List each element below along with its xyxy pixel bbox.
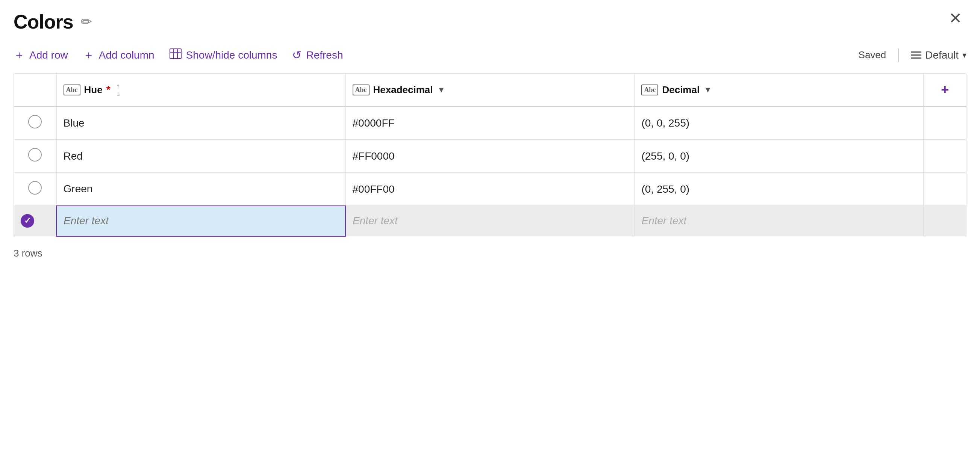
radio-button[interactable]: [28, 181, 42, 195]
th-hexadecimal: Abc Hexadecimal ▾: [345, 74, 635, 106]
show-hide-button[interactable]: Show/hide columns: [170, 45, 285, 65]
refresh-label: Refresh: [306, 49, 343, 61]
new-row-hex-cell[interactable]: Enter text: [345, 206, 635, 236]
close-icon[interactable]: ✕: [949, 11, 962, 26]
new-row-select-cell[interactable]: [14, 206, 56, 236]
edit-icon[interactable]: ✏: [81, 14, 92, 30]
chevron-down-icon: ▾: [963, 50, 966, 60]
toolbar-right: Saved Default ▾: [859, 48, 966, 62]
page-header: Colors ✏ ✕: [0, 0, 980, 33]
add-column-button[interactable]: ＋ Add column: [83, 44, 162, 67]
add-column-header-btn[interactable]: +: [924, 74, 966, 106]
show-hide-label: Show/hide columns: [186, 49, 277, 61]
show-hide-icon: [170, 48, 181, 62]
toolbar: ＋ Add row ＋ Add column Show/hide columns…: [0, 33, 980, 73]
add-column-label: Add column: [99, 49, 154, 61]
hue-cell: Red: [56, 140, 345, 173]
hue-cell: Blue: [56, 106, 345, 140]
refresh-icon: ↺: [292, 48, 301, 62]
refresh-button[interactable]: ↺ Refresh: [292, 45, 350, 65]
sort-up-icon[interactable]: ↑: [116, 83, 120, 89]
plus-icon: ＋: [14, 47, 25, 63]
th-select: [14, 74, 56, 106]
add-col-cell: [924, 140, 966, 173]
required-star: *: [107, 84, 111, 96]
table-row: Red#FF0000(255, 0, 0): [14, 140, 966, 173]
text-column-icon-2: Abc: [353, 84, 369, 95]
default-button[interactable]: Default ▾: [911, 49, 966, 61]
row-count: 3 rows: [14, 248, 43, 259]
sort-down-icon[interactable]: ↓: [116, 90, 120, 97]
dec-col-dropdown-icon[interactable]: ▾: [706, 85, 710, 95]
sort-icons: ↑ ↓: [116, 83, 120, 97]
new-row-decimal-cell[interactable]: Enter text: [635, 206, 924, 236]
radio-button[interactable]: [28, 115, 42, 129]
default-label: Default: [925, 49, 959, 61]
toolbar-divider: [898, 48, 899, 62]
hex-col-label: Hexadecimal: [373, 84, 433, 96]
hue-cell: Green: [56, 173, 345, 206]
decimal-cell: (0, 255, 0): [635, 173, 924, 206]
hex-cell: #FF0000: [345, 140, 635, 173]
radio-checked[interactable]: [21, 214, 34, 228]
row-select-cell[interactable]: [14, 173, 56, 206]
hex-cell: #00FF00: [345, 173, 635, 206]
decimal-cell: (255, 0, 0): [635, 140, 924, 173]
new-row: Enter textEnter text: [14, 206, 966, 236]
new-row-hue-input[interactable]: [64, 215, 338, 227]
decimal-cell: (0, 0, 255): [635, 106, 924, 140]
page-title: Colors: [14, 11, 73, 33]
text-column-icon-3: Abc: [641, 84, 658, 95]
th-decimal: Abc Decimal ▾: [635, 74, 924, 106]
text-column-icon: Abc: [64, 84, 80, 95]
new-row-add-col-cell: [924, 206, 966, 236]
footer: 3 rows: [0, 237, 980, 270]
hex-cell: #0000FF: [345, 106, 635, 140]
dec-col-label: Decimal: [662, 84, 700, 96]
saved-label: Saved: [859, 49, 886, 61]
plus-icon-2: ＋: [83, 47, 94, 63]
th-hue: Abc Hue * ↑ ↓: [56, 74, 345, 106]
add-row-label: Add row: [29, 49, 68, 61]
new-row-hue-cell[interactable]: [56, 206, 345, 236]
add-col-plus-icon: +: [941, 82, 949, 97]
add-col-cell: [924, 106, 966, 140]
hamburger-icon: [911, 51, 921, 59]
table-header-row: Abc Hue * ↑ ↓ Abc Hexadecimal ▾: [14, 74, 966, 106]
table-row: Green#00FF00(0, 255, 0): [14, 173, 966, 206]
radio-button[interactable]: [28, 148, 42, 162]
hex-col-dropdown-icon[interactable]: ▾: [439, 85, 443, 95]
add-row-button[interactable]: ＋ Add row: [14, 44, 76, 67]
row-select-cell[interactable]: [14, 106, 56, 140]
svg-rect-0: [170, 49, 181, 59]
data-table: Abc Hue * ↑ ↓ Abc Hexadecimal ▾: [14, 73, 966, 237]
row-select-cell[interactable]: [14, 140, 56, 173]
add-col-cell: [924, 173, 966, 206]
table-row: Blue#0000FF(0, 0, 255): [14, 106, 966, 140]
hue-col-label: Hue: [84, 84, 103, 96]
